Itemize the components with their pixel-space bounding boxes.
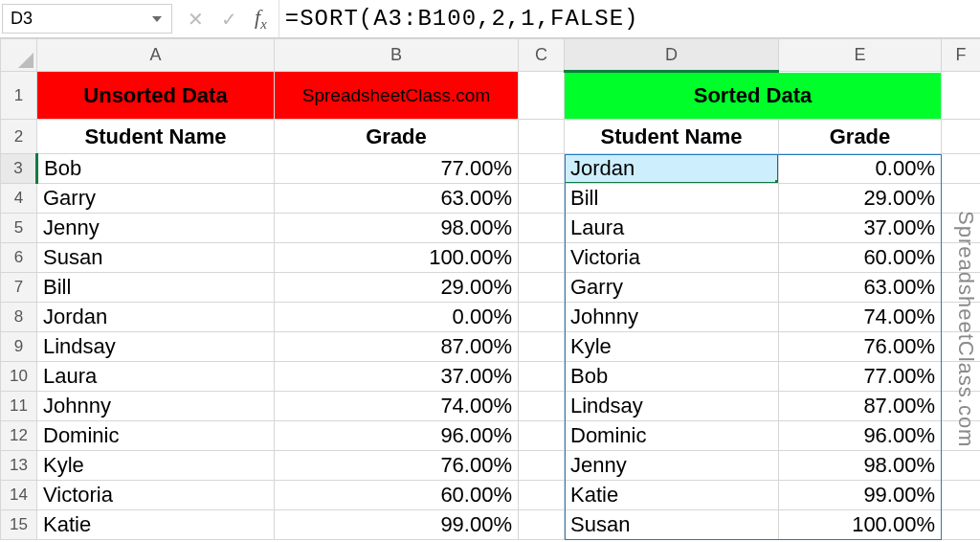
cell-E10[interactable]: 77.00% — [779, 362, 942, 392]
cell-C11[interactable] — [519, 392, 565, 421]
col-header-B[interactable]: B — [275, 39, 519, 72]
cell-D8[interactable]: Johnny — [565, 303, 779, 332]
row-header[interactable]: 15 — [1, 510, 37, 540]
cell-C7[interactable] — [519, 273, 565, 303]
cell-A1[interactable]: Unsorted Data — [37, 72, 275, 120]
cell-B7[interactable]: 29.00% — [275, 273, 519, 303]
cell-F14[interactable] — [942, 481, 981, 510]
row-header[interactable]: 5 — [1, 214, 37, 243]
cell-A10[interactable]: Laura — [37, 362, 275, 392]
cell-B9[interactable]: 87.00% — [275, 332, 519, 362]
cell-A14[interactable]: Victoria — [37, 481, 275, 510]
cell-E5[interactable]: 37.00% — [779, 214, 942, 243]
cell-F15[interactable] — [942, 510, 981, 540]
row-header[interactable]: 10 — [1, 362, 37, 392]
cell-C3[interactable] — [519, 154, 565, 184]
cell-D11[interactable]: Lindsay — [565, 392, 779, 421]
cell-F2[interactable] — [942, 120, 981, 154]
cell-A4[interactable]: Garry — [37, 184, 275, 214]
cancel-icon[interactable]: ✕ — [188, 8, 204, 31]
fx-icon[interactable]: fx — [255, 5, 267, 33]
cell-E7[interactable]: 63.00% — [779, 273, 942, 303]
cell-C10[interactable] — [519, 362, 565, 392]
cell-A8[interactable]: Jordan — [37, 303, 275, 332]
cell-D14[interactable]: Katie — [565, 481, 779, 510]
col-header-D[interactable]: D — [565, 39, 779, 72]
cell-D15[interactable]: Susan — [565, 510, 779, 540]
cell-A7[interactable]: Bill — [37, 273, 275, 303]
cell-D6[interactable]: Victoria — [565, 243, 779, 273]
cell-A6[interactable]: Susan — [37, 243, 275, 273]
cell-B4[interactable]: 63.00% — [275, 184, 519, 214]
col-header-E[interactable]: E — [779, 39, 942, 72]
cell-D4[interactable]: Bill — [565, 184, 779, 214]
cell-D5[interactable]: Laura — [565, 214, 779, 243]
cell-F4[interactable] — [942, 184, 981, 214]
cell-A9[interactable]: Lindsay — [37, 332, 275, 362]
cell-D12[interactable]: Dominic — [565, 421, 779, 451]
col-header-A[interactable]: A — [37, 39, 275, 72]
cell-E3[interactable]: 0.00% — [779, 154, 942, 184]
cell-E12[interactable]: 96.00% — [779, 421, 942, 451]
cell-A11[interactable]: Johnny — [37, 392, 275, 421]
cell-E8[interactable]: 74.00% — [779, 303, 942, 332]
cell-B1[interactable]: SpreadsheetClass.com — [275, 72, 519, 120]
row-header[interactable]: 1 — [1, 72, 37, 120]
row-header[interactable]: 11 — [1, 392, 37, 421]
cell-C8[interactable] — [519, 303, 565, 332]
cell-C14[interactable] — [519, 481, 565, 510]
cell-D3[interactable]: Jordan — [565, 154, 779, 184]
cell-E9[interactable]: 76.00% — [779, 332, 942, 362]
fill-handle[interactable] — [775, 180, 779, 184]
formula-input[interactable]: =SORT(A3:B100,2,1,FALSE) — [278, 0, 980, 37]
row-header[interactable]: 9 — [1, 332, 37, 362]
cell-E2[interactable]: Grade — [779, 120, 942, 154]
cell-C6[interactable] — [519, 243, 565, 273]
cell-E6[interactable]: 60.00% — [779, 243, 942, 273]
cell-C9[interactable] — [519, 332, 565, 362]
cell-D13[interactable]: Jenny — [565, 451, 779, 481]
cell-B11[interactable]: 74.00% — [275, 392, 519, 421]
cell-B14[interactable]: 60.00% — [275, 481, 519, 510]
cell-C2[interactable] — [519, 120, 565, 154]
cell-A12[interactable]: Dominic — [37, 421, 275, 451]
cell-A3[interactable]: Bob — [37, 154, 275, 184]
row-header[interactable]: 2 — [1, 120, 37, 154]
cell-C13[interactable] — [519, 451, 565, 481]
cell-F13[interactable] — [942, 451, 981, 481]
select-all-corner[interactable] — [1, 39, 37, 72]
row-header[interactable]: 13 — [1, 451, 37, 481]
cell-E14[interactable]: 99.00% — [779, 481, 942, 510]
cell-B10[interactable]: 37.00% — [275, 362, 519, 392]
cell-D9[interactable]: Kyle — [565, 332, 779, 362]
row-header[interactable]: 7 — [1, 273, 37, 303]
row-header[interactable]: 6 — [1, 243, 37, 273]
cell-F3[interactable] — [942, 154, 981, 184]
cell-B2[interactable]: Grade — [275, 120, 519, 154]
cell-B15[interactable]: 99.00% — [275, 510, 519, 540]
grid[interactable]: A B C D E F 1 Unsorted Data SpreadsheetC… — [0, 38, 980, 540]
row-header[interactable]: 8 — [1, 303, 37, 332]
cell-B8[interactable]: 0.00% — [275, 303, 519, 332]
name-box[interactable]: D3 — [2, 4, 172, 34]
cell-C4[interactable] — [519, 184, 565, 214]
cell-A13[interactable]: Kyle — [37, 451, 275, 481]
cell-F1[interactable] — [942, 72, 981, 120]
cell-E4[interactable]: 29.00% — [779, 184, 942, 214]
cell-D7[interactable]: Garry — [565, 273, 779, 303]
cell-C1[interactable] — [519, 72, 565, 120]
cell-D1[interactable]: Sorted Data — [565, 72, 942, 120]
row-header[interactable]: 4 — [1, 184, 37, 214]
cell-C5[interactable] — [519, 214, 565, 243]
confirm-icon[interactable]: ✓ — [221, 8, 237, 31]
cell-C12[interactable] — [519, 421, 565, 451]
row-header[interactable]: 12 — [1, 421, 37, 451]
cell-A5[interactable]: Jenny — [37, 214, 275, 243]
cell-D10[interactable]: Bob — [565, 362, 779, 392]
cell-B6[interactable]: 100.00% — [275, 243, 519, 273]
cell-B13[interactable]: 76.00% — [275, 451, 519, 481]
row-header[interactable]: 14 — [1, 481, 37, 510]
cell-D2[interactable]: Student Name — [565, 120, 779, 154]
cell-E15[interactable]: 100.00% — [779, 510, 942, 540]
cell-E13[interactable]: 98.00% — [779, 451, 942, 481]
